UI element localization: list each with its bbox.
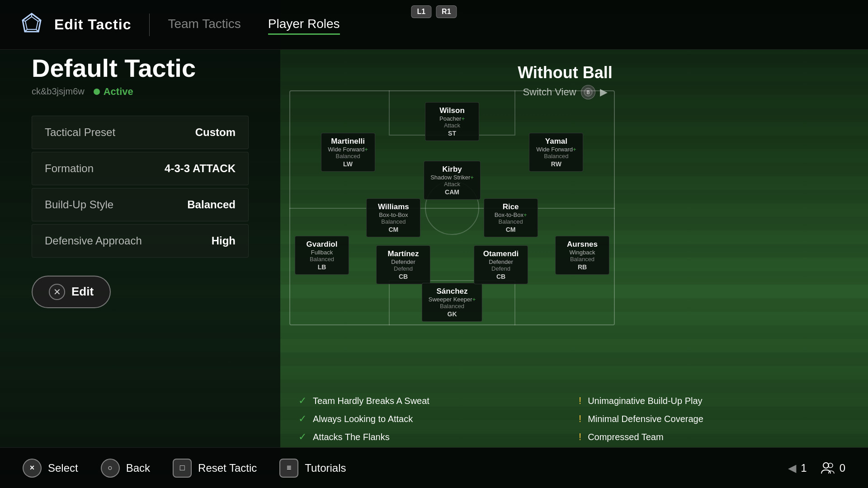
- insights-warn: !Unimaginative Build-Up Play!Minimal Def…: [579, 395, 832, 443]
- player-name-0: Wilson: [432, 106, 472, 115]
- player-name-2: Yamal: [536, 137, 576, 146]
- player-pos-7: CB: [383, 273, 424, 280]
- tactic-option-row-0[interactable]: Tactical Preset Custom: [32, 116, 249, 149]
- tactic-id: ck&b3jsjm6w: [32, 86, 85, 97]
- player-role-8: Sweeper Keeper+: [429, 296, 476, 303]
- player-card-6[interactable]: Gvardiol Fullback Balanced LB: [295, 236, 349, 275]
- insight-warn-1: !Minimal Defensive Coverage: [579, 413, 832, 425]
- player-role-7: Defender: [383, 258, 424, 265]
- player-name-10: Aursnes: [562, 240, 603, 249]
- player-card-2[interactable]: Yamal Wide Forward+ Balanced RW: [529, 133, 583, 172]
- player-pos-5: CM: [491, 226, 531, 233]
- player-card-8[interactable]: Sánchez Sweeper Keeper+ Balanced GK: [422, 283, 482, 322]
- bottom-action-2[interactable]: □ Reset Tactic: [173, 459, 257, 478]
- insight-good-2: ✓Attacks The Flanks: [298, 431, 552, 443]
- player-role-9: Defender: [481, 258, 521, 265]
- option-value-2: Balanced: [187, 198, 236, 211]
- player-name-3: Kirby: [430, 165, 474, 174]
- player-role-2: Wide Forward+: [536, 146, 576, 153]
- player-count: 0: [840, 462, 845, 474]
- pitch-container: Wilson Poacher+ Attack ST Martinelli Wid…: [289, 90, 615, 325]
- nav-item-team-tactics[interactable]: Team Tactics: [168, 14, 241, 35]
- check-icon-0: ✓: [298, 395, 307, 407]
- edit-btn-label: Edit: [71, 285, 94, 299]
- player-pos-8: GK: [429, 310, 476, 318]
- option-value-3: High: [212, 235, 236, 247]
- player-pos-10: RB: [562, 263, 603, 271]
- player-style-10: Balanced: [562, 256, 603, 263]
- tactic-option-row-1[interactable]: Formation 4-3-3 ATTACK: [32, 152, 249, 185]
- l1-button[interactable]: L1: [411, 5, 431, 18]
- player-role-5: Box-to-Box+: [491, 211, 531, 218]
- player-card-5[interactable]: Rice Box-to-Box+ Balanced CM: [484, 198, 538, 237]
- player-pos-2: RW: [536, 160, 576, 168]
- player-card-10[interactable]: Aursnes Wingback Balanced RB: [555, 236, 609, 275]
- player-name-5: Rice: [491, 202, 531, 211]
- field-title: Without Ball: [262, 63, 868, 82]
- player-card-3[interactable]: Kirby Shadow Striker+ Attack CAM: [424, 161, 481, 200]
- header-nav: Team Tactics Player Roles: [168, 14, 340, 35]
- player-pos-0: ST: [432, 130, 472, 137]
- option-label-2: Build-Up Style: [45, 198, 113, 211]
- bottom-action-1[interactable]: ○ Back: [101, 459, 150, 478]
- bottom-action-0[interactable]: × Select: [23, 459, 78, 478]
- player-name-9: Otamendi: [481, 249, 521, 258]
- bottom-btn-3: ≡: [279, 459, 298, 478]
- page-counter: ◀ 1: [788, 462, 807, 474]
- svg-point-9: [823, 463, 829, 468]
- bottom-right: ◀ 1 0: [788, 461, 845, 475]
- controller-buttons: L1 R1: [411, 5, 457, 18]
- player-card-0[interactable]: Wilson Poacher+ Attack ST: [425, 102, 479, 141]
- tactic-option-row-3[interactable]: Defensive Approach High: [32, 224, 249, 258]
- app-logo: [18, 11, 45, 38]
- edit-button[interactable]: ✕ Edit: [32, 276, 111, 308]
- player-pos-9: CB: [481, 273, 521, 280]
- check-icon-2: ✓: [298, 431, 307, 443]
- bottom-btn-1: ○: [101, 459, 120, 478]
- warn-icon-0: !: [579, 395, 581, 407]
- insight-warn-text-2: Compressed Team: [588, 432, 663, 442]
- insight-good-text-1: Always Looking to Attack: [313, 414, 413, 424]
- bottom-action-3[interactable]: ≡ Tutorials: [279, 459, 346, 478]
- r1-button[interactable]: R1: [436, 5, 457, 18]
- player-style-7: Defend: [383, 265, 424, 272]
- counter-left-arrow[interactable]: ◀: [788, 462, 796, 474]
- player-card-1[interactable]: Martinelli Wide Forward+ Balanced LW: [321, 133, 375, 172]
- active-dot-icon: [94, 89, 100, 95]
- edit-btn-x-icon: ✕: [49, 284, 65, 300]
- player-card-9[interactable]: Otamendi Defender Defend CB: [474, 245, 528, 284]
- bottom-action-label-1: Back: [126, 462, 150, 474]
- warn-icon-2: !: [579, 431, 581, 443]
- player-role-4: Box-to-Box: [373, 211, 414, 218]
- insight-good-text-0: Team Hardly Breaks A Sweat: [313, 396, 429, 406]
- option-label-0: Tactical Preset: [45, 126, 115, 139]
- option-label-3: Defensive Approach: [45, 235, 142, 247]
- svg-marker-1: [25, 17, 38, 29]
- player-role-10: Wingback: [562, 249, 603, 256]
- tactic-options: Tactical Preset Custom Formation 4-3-3 A…: [32, 116, 249, 258]
- tactic-title: Default Tactic: [32, 54, 249, 82]
- bottom-btn-0: ×: [23, 459, 42, 478]
- bottom-actions: × Select ○ Back □ Reset Tactic ≡ Tutoria…: [23, 459, 346, 478]
- player-style-8: Balanced: [429, 303, 476, 310]
- header-divider: [149, 14, 150, 36]
- player-name-6: Gvardiol: [302, 240, 342, 249]
- warn-icon-1: !: [579, 413, 581, 425]
- player-pos-3: CAM: [430, 188, 474, 196]
- insight-good-text-2: Attacks The Flanks: [313, 432, 390, 442]
- left-panel: Default Tactic ck&b3jsjm6w Active Tactic…: [32, 54, 249, 308]
- player-name-8: Sánchez: [429, 287, 476, 296]
- header-title: Edit Tactic: [54, 16, 131, 33]
- player-card-4[interactable]: Williams Box-to-Box Balanced CM: [366, 198, 420, 237]
- insights-good: ✓Team Hardly Breaks A Sweat✓Always Looki…: [298, 395, 552, 443]
- counter-page: 1: [801, 462, 807, 474]
- player-role-3: Shadow Striker+: [430, 174, 474, 181]
- nav-item-player-roles[interactable]: Player Roles: [268, 14, 340, 35]
- insight-warn-0: !Unimaginative Build-Up Play: [579, 395, 832, 407]
- insight-warn-text-0: Unimaginative Build-Up Play: [588, 396, 702, 406]
- option-value-1: 4-3-3 ATTACK: [165, 162, 236, 175]
- player-style-5: Balanced: [491, 218, 531, 225]
- player-card-7[interactable]: Martínez Defender Defend CB: [376, 245, 430, 284]
- bottom-bar: × Select ○ Back □ Reset Tactic ≡ Tutoria…: [0, 447, 868, 488]
- tactic-option-row-2[interactable]: Build-Up Style Balanced: [32, 188, 249, 221]
